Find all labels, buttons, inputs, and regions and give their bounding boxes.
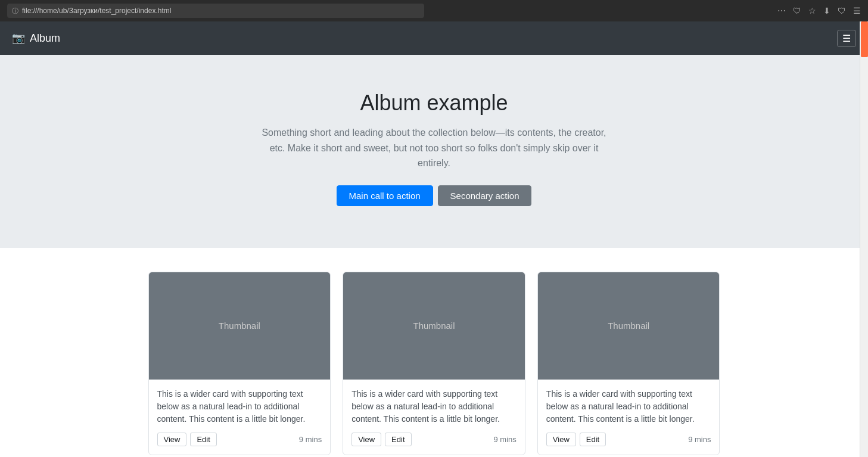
navbar-brand[interactable]: 📷 Album <box>12 32 60 45</box>
cards-section: Thumbnail This is a wider card with supp… <box>0 248 868 457</box>
card-2-footer: View Edit 9 mins <box>351 433 517 446</box>
card-3-edit-button[interactable]: Edit <box>580 433 606 446</box>
card-1-body: This is a wider card with supporting tex… <box>149 380 331 455</box>
card-1-footer: View Edit 9 mins <box>157 433 322 446</box>
download-icon[interactable]: ⬇ <box>823 6 830 15</box>
more-icon[interactable]: ⋯ <box>777 6 786 15</box>
card-2-text: This is a wider card with supporting tex… <box>351 388 517 425</box>
shield2-icon[interactable]: 🛡 <box>838 6 846 15</box>
card-1-time: 9 mins <box>299 435 322 444</box>
cards-grid: Thumbnail This is a wider card with supp… <box>148 272 720 455</box>
card-3-time: 9 mins <box>688 435 711 444</box>
hero-title: Album example <box>12 91 856 116</box>
scrollbar-thumb[interactable] <box>861 21 868 57</box>
card-3-body: This is a wider card with supporting tex… <box>538 380 720 455</box>
card-2-time: 9 mins <box>494 435 517 444</box>
url-bar[interactable]: ⓘ file:///home/ub/Загрузки/test_project/… <box>7 4 424 18</box>
card-3-view-button[interactable]: View <box>546 433 576 446</box>
card-2: Thumbnail This is a wider card with supp… <box>343 272 525 455</box>
hero-section: Album example Something short and leadin… <box>0 55 868 248</box>
hero-description: Something short and leading about the co… <box>256 125 613 171</box>
navbar: 📷 Album ☰ <box>0 21 868 55</box>
secondary-action-button[interactable]: Secondary action <box>438 185 532 206</box>
page-wrapper: 📷 Album ☰ Album example Something short … <box>0 21 868 457</box>
main-cta-button[interactable]: Main call to action <box>337 185 433 206</box>
card-1: Thumbnail This is a wider card with supp… <box>148 272 331 455</box>
card-1-text: This is a wider card with supporting tex… <box>157 388 322 425</box>
card-2-body: This is a wider card with supporting tex… <box>343 380 525 455</box>
browser-actions: ⋯ 🛡 ☆ ⬇ 🛡 ☰ <box>777 6 861 15</box>
card-2-thumbnail: Thumbnail <box>343 272 525 380</box>
info-icon: ⓘ <box>12 7 18 15</box>
scrollbar-track[interactable] <box>860 21 868 457</box>
star-icon[interactable]: ☆ <box>808 6 816 15</box>
card-2-view-button[interactable]: View <box>351 433 381 446</box>
menu-icon[interactable]: ☰ <box>853 6 861 15</box>
card-1-edit-button[interactable]: Edit <box>190 433 216 446</box>
card-1-view-button[interactable]: View <box>157 433 187 446</box>
camera-icon: 📷 <box>12 32 25 45</box>
card-3-footer: View Edit 9 mins <box>546 433 711 446</box>
navbar-toggler[interactable]: ☰ <box>837 30 856 47</box>
card-3-text: This is a wider card with supporting tex… <box>546 388 711 425</box>
card-3: Thumbnail This is a wider card with supp… <box>537 272 720 455</box>
card-2-thumbnail-label: Thumbnail <box>413 321 455 331</box>
browser-chrome: ⓘ file:///home/ub/Загрузки/test_project/… <box>0 0 868 21</box>
card-1-thumbnail: Thumbnail <box>149 272 331 380</box>
card-2-edit-button[interactable]: Edit <box>385 433 411 446</box>
card-3-thumbnail: Thumbnail <box>538 272 720 380</box>
card-1-thumbnail-label: Thumbnail <box>219 321 260 331</box>
url-text: file:///home/ub/Загрузки/test_project/in… <box>22 7 171 15</box>
hero-buttons: Main call to action Secondary action <box>12 185 856 206</box>
navbar-brand-label: Album <box>30 32 60 45</box>
shield-icon[interactable]: 🛡 <box>793 6 801 15</box>
card-3-thumbnail-label: Thumbnail <box>608 321 649 331</box>
